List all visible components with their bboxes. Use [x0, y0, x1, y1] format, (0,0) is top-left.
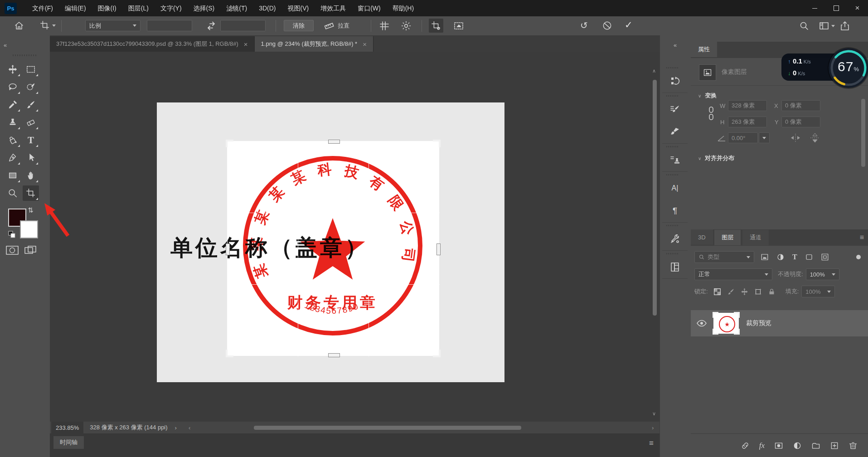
status-expand-icon[interactable]: ›: [175, 424, 177, 431]
flip-vertical-button[interactable]: [810, 132, 820, 143]
layer-filter-select[interactable]: 类型: [694, 251, 754, 263]
menu-view[interactable]: 视图(V): [282, 0, 314, 16]
minimize-button[interactable]: [804, 0, 825, 16]
menu-plugins[interactable]: 增效工具: [315, 0, 351, 16]
collapse-tools-button[interactable]: «: [4, 42, 7, 49]
flip-horizontal-button[interactable]: [790, 133, 801, 142]
content-aware-toggle[interactable]: [451, 19, 466, 33]
background-color-swatch[interactable]: [20, 220, 38, 238]
layer-style-icon[interactable]: fx: [759, 441, 765, 450]
pen-tool[interactable]: [5, 150, 21, 165]
paragraph-panel-button[interactable]: ¶: [662, 199, 688, 223]
layer-thumbnail[interactable]: ★: [713, 313, 739, 334]
close-tab-icon[interactable]: ×: [244, 40, 248, 48]
menu-select[interactable]: 选择(S): [188, 0, 220, 16]
layer-row-crop-preview[interactable]: ★ 裁剪预览: [691, 310, 868, 336]
filter-adjustment-layers-icon[interactable]: [776, 253, 785, 261]
character-panel-button[interactable]: A|: [662, 177, 688, 200]
tab-layers[interactable]: 图层: [714, 230, 741, 245]
default-colors-button[interactable]: [8, 230, 16, 238]
crop-handle-left[interactable]: [226, 243, 230, 255]
crop-handle-right[interactable]: [436, 243, 441, 255]
menu-help[interactable]: 帮助(H): [387, 0, 419, 16]
object-selection-tool[interactable]: [23, 79, 39, 95]
rotation-field[interactable]: 0.00°: [728, 132, 758, 143]
move-tool[interactable]: [5, 62, 21, 77]
rotation-dropdown[interactable]: [759, 132, 770, 143]
link-dimensions-icon[interactable]: [708, 104, 714, 122]
menu-window[interactable]: 窗口(W): [352, 0, 386, 16]
crop-handle-topright[interactable]: [433, 140, 441, 147]
delete-cropped-pixels-toggle[interactable]: [429, 19, 443, 33]
zoom-level[interactable]: 233.85%: [51, 422, 83, 433]
scroll-up-icon[interactable]: ∧: [652, 68, 656, 74]
crop-tool[interactable]: [23, 185, 39, 201]
timeline-tab[interactable]: 时间轴: [53, 436, 84, 449]
eyedropper-tool[interactable]: [5, 97, 21, 112]
filter-shape-layers-icon[interactable]: [805, 253, 813, 261]
tab-channels[interactable]: 通道: [742, 230, 769, 245]
document-tab-psd[interactable]: 37f123e53c35037d1130cc799043309.psd @ 33…: [50, 36, 255, 52]
menu-file[interactable]: 文件(F): [27, 0, 58, 16]
tab-3d[interactable]: 3D: [691, 229, 713, 245]
menu-3d[interactable]: 3D(D): [253, 0, 281, 16]
quick-mask-button[interactable]: [5, 245, 19, 256]
share-button[interactable]: [839, 20, 850, 31]
swap-dimensions-button[interactable]: [206, 21, 216, 31]
brushes-panel-button[interactable]: [662, 121, 688, 144]
reset-crop-button[interactable]: ↺: [580, 20, 588, 31]
width-field[interactable]: 328 像素: [728, 100, 767, 111]
vertical-scrollbar[interactable]: [653, 80, 657, 316]
crop-handle-top[interactable]: [328, 140, 340, 144]
lock-transparent-icon[interactable]: [713, 288, 721, 296]
horizontal-scrollbar[interactable]: [254, 426, 521, 430]
adjustment-layer-icon[interactable]: [793, 441, 802, 450]
layer-visibility-icon[interactable]: [696, 320, 707, 327]
layers-panel-menu-icon[interactable]: ≡: [860, 233, 864, 242]
brush-tool[interactable]: [23, 97, 39, 112]
straighten-button[interactable]: 拉直: [324, 20, 349, 31]
crop-handle-topleft[interactable]: [226, 140, 233, 147]
properties-panel-button[interactable]: [662, 70, 688, 93]
tools-grip[interactable]: [13, 54, 37, 56]
height-field[interactable]: 263 像素: [728, 117, 767, 127]
crop-box[interactable]: [227, 141, 439, 356]
crop-handle-bottomleft[interactable]: [226, 350, 233, 357]
lock-pixels-icon[interactable]: [727, 288, 735, 296]
brush-settings-panel-button[interactable]: [662, 98, 688, 121]
libraries-panel-button[interactable]: [662, 256, 688, 279]
lasso-tool[interactable]: [5, 79, 21, 95]
hand-tool[interactable]: [23, 168, 39, 183]
swap-colors-button[interactable]: ⇄: [27, 207, 35, 213]
crop-width-input[interactable]: [147, 20, 192, 31]
opacity-field[interactable]: 100%: [806, 268, 839, 280]
commit-crop-button[interactable]: ✓: [625, 19, 633, 30]
menu-filter[interactable]: 滤镜(T): [221, 0, 252, 16]
delete-layer-icon[interactable]: [849, 441, 858, 450]
crop-height-input[interactable]: [220, 20, 266, 31]
rectangle-tool[interactable]: [5, 168, 21, 183]
menu-type[interactable]: 文字(Y): [155, 0, 187, 16]
add-mask-icon[interactable]: [774, 441, 783, 450]
maximize-button[interactable]: [825, 0, 847, 16]
close-tab-icon[interactable]: ×: [363, 40, 367, 48]
clear-button[interactable]: 清除: [284, 20, 314, 31]
lock-artboard-icon[interactable]: [754, 288, 762, 296]
aspect-ratio-select[interactable]: 比例: [85, 20, 141, 31]
filter-pixel-layers-icon[interactable]: [761, 253, 769, 261]
canvas-area[interactable]: 某某某某某科技有限公司 财务专用章 1234567890 单位名称（盖章）: [50, 52, 659, 422]
properties-scrollbar[interactable]: [861, 99, 865, 167]
filter-toggle-icon[interactable]: [856, 254, 861, 260]
marquee-tool[interactable]: [23, 62, 39, 77]
crop-settings-button[interactable]: [401, 20, 412, 31]
tab-properties[interactable]: 属性: [691, 42, 717, 57]
align-section-header[interactable]: ∨对齐并分布: [698, 154, 734, 162]
crop-handle-bottom[interactable]: [328, 353, 340, 357]
crop-tool-preset[interactable]: [40, 20, 56, 30]
fill-field[interactable]: 100%: [801, 286, 835, 297]
timeline-menu-icon[interactable]: ≡: [649, 439, 654, 448]
document-view[interactable]: 某某某某某科技有限公司 财务专用章 1234567890 单位名称（盖章）: [157, 102, 504, 382]
document-tab-png[interactable]: 1.png @ 234% (裁剪预览, RGB/8#) * ×: [255, 36, 373, 52]
blend-mode-select[interactable]: 正常: [694, 268, 772, 280]
filter-type-layers-icon[interactable]: T: [792, 253, 797, 261]
